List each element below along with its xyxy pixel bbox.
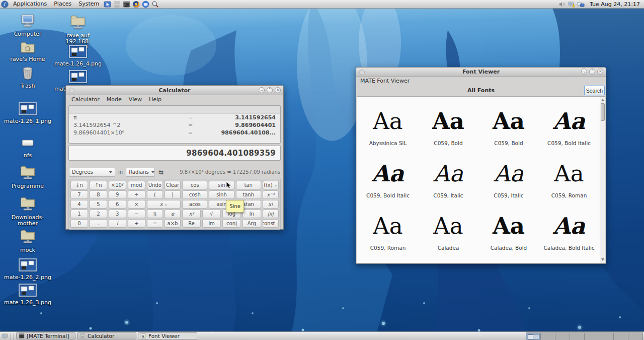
calc-key[interactable]: tanh — [236, 190, 261, 199]
calc-key[interactable]: mod — [128, 181, 145, 189]
calc-key[interactable]: tan — [236, 181, 261, 189]
window-menu-button[interactable] — [359, 70, 365, 75]
pointer-launcher-icon[interactable] — [104, 1, 111, 8]
desktop-icon-image2[interactable]: mate-1.26_2.png — [4, 258, 52, 281]
desktop-icon-image1[interactable]: mate-1.26_1.png — [4, 102, 52, 124]
menu-calculator[interactable]: Calculator — [68, 96, 103, 103]
maximize-button[interactable]: ⌃ — [589, 69, 595, 75]
font-card[interactable]: Aa C059, Bold — [478, 97, 539, 149]
mail-icon[interactable] — [142, 1, 149, 8]
workspace-5[interactable] — [585, 333, 599, 340]
calc-key[interactable]: xʸ — [182, 210, 201, 218]
calc-key[interactable]: cosh — [182, 190, 207, 199]
task-button-terminal[interactable]: [MATE Terminal] — [16, 332, 75, 339]
menu-places[interactable]: Places — [50, 0, 75, 8]
workspace-1[interactable] — [526, 333, 541, 340]
calc-key[interactable]: e — [165, 210, 181, 218]
task-button-calculator[interactable]: Calculator — [77, 332, 136, 339]
workspace-8[interactable] — [628, 333, 642, 340]
font-card[interactable]: Aa Caladea, Bold — [478, 201, 539, 254]
calc-key[interactable]: − — [128, 210, 145, 218]
calc-key[interactable]: acos — [182, 200, 207, 209]
menu-system[interactable]: System — [75, 0, 103, 8]
calc-key[interactable]: Re — [182, 219, 201, 228]
calc-key[interactable]: 0 — [70, 219, 88, 228]
panel-handle[interactable] — [10, 333, 14, 339]
font-viewer-titlebar[interactable]: Font Viewer ⌄ ⌃ × — [356, 67, 606, 77]
font-card[interactable]: Aa Abyssinica SIL — [358, 97, 418, 149]
show-desktop-button[interactable] — [2, 333, 8, 339]
calc-key[interactable]: Undo — [147, 181, 163, 189]
calc-key[interactable]: √ — [202, 210, 221, 218]
calc-key[interactable]: i — [109, 219, 126, 228]
font-card[interactable]: Aa Caladea — [418, 201, 478, 254]
calc-key[interactable]: ) — [165, 190, 181, 199]
font-card[interactable]: Aa C059, Roman — [358, 201, 418, 254]
minimize-button[interactable]: ⌄ — [581, 69, 587, 75]
close-button[interactable]: × — [597, 69, 603, 75]
font-card[interactable]: Aa C059, Italic — [418, 149, 478, 201]
calc-key[interactable]: Clear — [165, 181, 181, 189]
menu-applications[interactable]: Applications — [10, 0, 50, 8]
calc-key[interactable]: π — [147, 210, 163, 218]
calc-key[interactable]: ↑n — [90, 181, 107, 189]
unit-to-dropdown[interactable]: Radians — [126, 168, 155, 177]
desktop-icon-image3[interactable]: mate-1.26_3.png — [4, 284, 52, 306]
scrollbar-thumb[interactable] — [601, 103, 605, 121]
calc-key-fx-dropdown[interactable]: f(x)⌄ — [263, 181, 279, 189]
calc-key[interactable]: 9 — [109, 190, 126, 199]
menu-view[interactable]: View — [125, 96, 145, 103]
workspace-7[interactable] — [614, 333, 628, 340]
calc-key[interactable]: sinh — [209, 190, 234, 199]
calc-key[interactable]: Arg — [243, 219, 261, 228]
desktop-icon-mock[interactable]: mock — [4, 229, 52, 253]
calc-key[interactable]: 3 — [109, 210, 126, 218]
desktop-icon-computer[interactable]: Computer — [4, 14, 52, 37]
close-button[interactable]: × — [275, 87, 281, 93]
workspace-switcher[interactable] — [526, 332, 643, 340]
maximize-button[interactable]: ⌃ — [267, 87, 273, 93]
scrollbar[interactable] — [600, 97, 605, 263]
magnifier-icon[interactable] — [151, 1, 159, 8]
desktop-icon-programme[interactable]: Programme — [4, 165, 52, 189]
calc-key[interactable]: = — [147, 219, 163, 228]
volume-icon[interactable] — [558, 1, 566, 8]
calc-key[interactable]: ×10ʸ — [109, 181, 126, 189]
desktop-icon-home[interactable]: rave's Home — [4, 40, 52, 62]
calc-key[interactable]: Im — [202, 219, 221, 228]
search-button[interactable]: Search — [584, 86, 605, 95]
calc-key[interactable]: 7 — [70, 190, 88, 199]
calc-key[interactable]: ↓n — [70, 181, 88, 189]
calc-key[interactable]: ( — [147, 190, 163, 199]
workspace-3[interactable] — [555, 333, 570, 340]
archive-icon[interactable] — [113, 1, 121, 8]
menu-help[interactable]: Help — [145, 96, 165, 103]
font-card[interactable]: Aa C059, Bold Italic — [539, 97, 599, 149]
font-card[interactable]: Aa C059, Italic — [478, 149, 539, 201]
workspace-6[interactable] — [599, 333, 614, 340]
calc-key[interactable]: + — [128, 219, 145, 228]
calc-key[interactable]: 6 — [109, 200, 126, 209]
calc-key[interactable]: 8 — [90, 190, 107, 199]
menu-mode[interactable]: Mode — [103, 96, 125, 103]
calc-key[interactable]: conj — [222, 219, 241, 228]
font-card[interactable]: Aa C059, Bold — [418, 97, 478, 149]
scroll-down-icon[interactable] — [601, 258, 604, 261]
desktop-icon-downloads-mother[interactable]: Downloads-mother — [4, 196, 52, 226]
network-icon[interactable] — [577, 1, 585, 8]
terminal-icon[interactable] — [123, 1, 130, 8]
task-button-font-viewer[interactable]: a Font Viewer — [138, 332, 197, 339]
calc-key[interactable]: x! — [263, 200, 279, 209]
calc-key[interactable]: |x| — [263, 210, 279, 218]
calc-key-variable-dropdown[interactable]: x⌄ — [147, 200, 181, 209]
calc-key[interactable]: x⁻¹ — [263, 190, 279, 199]
clock[interactable]: Tue Aug 24, 21:17 — [586, 1, 644, 8]
font-card[interactable]: Aa C059, Bold Italic — [358, 149, 418, 201]
fedora-logo-icon[interactable]: f — [1, 1, 9, 8]
workspace-4[interactable] — [570, 333, 585, 340]
window-menu-button[interactable] — [69, 88, 74, 93]
firefox-icon[interactable] — [132, 1, 140, 8]
calc-key[interactable]: 4 — [70, 200, 88, 209]
calc-key[interactable]: ÷ — [128, 190, 145, 199]
calc-key[interactable]: . — [90, 219, 107, 228]
